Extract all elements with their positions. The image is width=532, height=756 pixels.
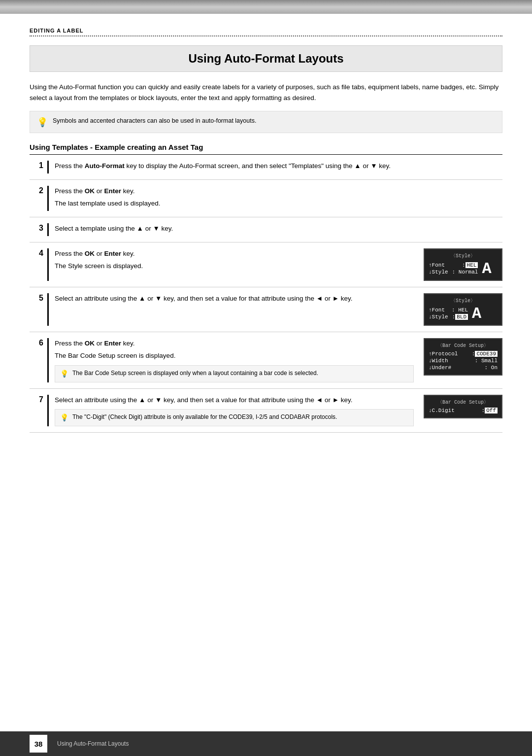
lcd-value-5-1: : HEL <box>452 307 468 313</box>
lcd-label-7-1: ↓C.Digit <box>429 408 455 413</box>
lcd-highlighted-6-1: CODE39 <box>475 351 498 357</box>
lcd-inner-5: ↑Font : HEL ↓Style :BLD A <box>429 306 498 322</box>
tip-icon: 💡 <box>37 117 48 128</box>
lcd-screen-4: 〈Style〉 ↑Font :HEL ↓Style : Normal <box>424 248 502 281</box>
main-tip-box: 💡 Symbols and accented characters can al… <box>30 111 502 133</box>
lcd-title-6: 〈Bar Code Setup〉 <box>429 342 498 349</box>
step-bar-2 <box>47 186 49 211</box>
lcd-fields-5: ↑Font : HEL ↓Style :BLD <box>429 307 468 321</box>
step-row-5: 5 Select an attribute using the ▲ or ▼ k… <box>30 287 502 332</box>
step-2-line1: Press the OK or Enter key. <box>55 186 502 197</box>
step-7-tip: 💡 The "C-Digit" (Check Digit) attribute … <box>55 409 414 426</box>
lcd-row-6-3: ↓Under# : On <box>429 365 498 371</box>
step-number-3: 3 <box>30 223 47 233</box>
main-tip-text: Symbols and accented characters can also… <box>53 116 256 126</box>
step-6-tip-icon: 💡 <box>60 369 68 379</box>
lcd-row-5-2: ↓Style :BLD <box>429 314 468 320</box>
step-content-4: Press the OK or Enter key. The Style scr… <box>55 248 414 274</box>
step-number-5: 5 <box>30 293 47 303</box>
lcd-row-7-1: ↓C.Digit :Off <box>429 408 498 413</box>
lcd-value-5-2: :BLD <box>452 314 468 320</box>
lcd-title-4: 〈Style〉 <box>429 252 498 259</box>
step-number-4: 4 <box>30 248 47 258</box>
lcd-label-6-1: ↑Protocol <box>429 351 458 357</box>
step-7-text: Select an attribute using the ▲ or ▼ key… <box>55 395 414 406</box>
step-content-7: Select an attribute using the ▲ or ▼ key… <box>55 395 414 427</box>
step-row-4: 4 Press the OK or Enter key. The Style s… <box>30 242 502 287</box>
section-divider <box>30 35 502 36</box>
lcd-highlighted-4-1: HEL <box>466 262 478 268</box>
step-row-1: 1 Press the Auto-Format key to display t… <box>30 155 502 180</box>
step-number-1: 1 <box>30 161 47 170</box>
page-title: Using Auto-Format Layouts <box>40 52 492 66</box>
step-bar-4 <box>47 248 49 281</box>
page-wrapper: EDITING A LABEL Using Auto-Format Layout… <box>0 0 532 756</box>
step-row-2: 2 Press the OK or Enter key. The last te… <box>30 180 502 217</box>
step-1-text: Press the Auto-Format key to display the… <box>55 161 502 172</box>
subsection-heading: Using Templates - Example creating an As… <box>30 143 502 155</box>
step-row-6: 6 Press the OK or Enter key. The Bar Cod… <box>30 332 502 389</box>
step-content-2: Press the OK or Enter key. The last temp… <box>55 186 502 211</box>
step-row-3: 3 Select a template using the ▲ or ▼ key… <box>30 217 502 242</box>
step-number-7: 7 <box>30 395 47 404</box>
step-content-3: Select a template using the ▲ or ▼ key. <box>55 223 502 236</box>
step-row-7: 7 Select an attribute using the ▲ or ▼ k… <box>30 389 502 433</box>
lcd-title-7: 〈Bar Code Setup〉 <box>429 399 498 406</box>
step-content-1: Press the Auto-Format key to display the… <box>55 161 502 173</box>
lcd-label-4-1: ↑Font <box>429 262 445 268</box>
lcd-screen-5: 〈Style〉 ↑Font : HEL ↓Style :BLD <box>424 293 502 326</box>
lcd-value-6-3: : On <box>485 365 498 371</box>
step-6-tip-text: The Bar Code Setup screen is displayed o… <box>72 369 318 378</box>
step-6-line1: Press the OK or Enter key. <box>55 338 414 349</box>
lcd-screen-7: 〈Bar Code Setup〉 ↓C.Digit :Off <box>424 395 502 418</box>
step-bar-1 <box>47 161 49 173</box>
lcd-value-4-2: : Normal <box>452 269 478 275</box>
lcd-value-6-1: :CODE39 <box>472 351 498 357</box>
intro-text: Using the Auto-Format function you can q… <box>30 82 502 103</box>
lcd-label-5-1: ↑Font <box>429 307 445 313</box>
footer-page-number: 38 <box>30 735 47 753</box>
footer-text: Using Auto-Format Layouts <box>57 740 129 747</box>
step-7-tip-icon: 💡 <box>60 412 68 423</box>
step-bar-3 <box>47 223 49 236</box>
step-7-image: 〈Bar Code Setup〉 ↓C.Digit :Off <box>424 395 502 418</box>
step-bar-7 <box>47 395 49 427</box>
step-5-image: 〈Style〉 ↑Font : HEL ↓Style :BLD <box>424 293 502 326</box>
lcd-row-5-1: ↑Font : HEL <box>429 307 468 313</box>
content-area: EDITING A LABEL Using Auto-Format Layout… <box>0 14 532 462</box>
lcd-highlighted-5-2: BLD <box>455 314 468 320</box>
step-4-image: 〈Style〉 ↑Font :HEL ↓Style : Normal <box>424 248 502 281</box>
lcd-screen-6: 〈Bar Code Setup〉 ↑Protocol :CODE39 ↓Widt… <box>424 338 502 376</box>
lcd-label-6-2: ↓Width <box>429 358 448 364</box>
lcd-row-6-1: ↑Protocol :CODE39 <box>429 351 498 357</box>
lcd-row-6-2: ↓Width : Small <box>429 358 498 364</box>
lcd-label-5-2: ↓Style <box>429 314 448 320</box>
step-6-tip: 💡 The Bar Code Setup screen is displayed… <box>55 365 414 382</box>
step-6-line2: The Bar Code Setup screen is displayed. <box>55 350 414 361</box>
lcd-label-6-3: ↓Under# <box>429 365 451 371</box>
footer: 38 Using Auto-Format Layouts <box>0 731 532 756</box>
step-content-6: Press the OK or Enter key. The Bar Code … <box>55 338 414 382</box>
step-2-line2: The last template used is displayed. <box>55 198 502 209</box>
section-label: EDITING A LABEL <box>30 28 502 34</box>
step-4-line2: The Style screen is displayed. <box>55 261 414 272</box>
step-bar-6 <box>47 338 49 382</box>
step-number-2: 2 <box>30 186 47 195</box>
lcd-value-6-2: : Small <box>475 358 498 364</box>
step-3-text: Select a template using the ▲ or ▼ key. <box>55 223 502 234</box>
lcd-row-4-2: ↓Style : Normal <box>429 269 478 275</box>
lcd-big-A-4: A <box>482 261 491 277</box>
step-7-tip-text: The "C-Digit" (Check Digit) attribute is… <box>72 412 337 421</box>
top-bar <box>0 0 532 14</box>
step-6-image: 〈Bar Code Setup〉 ↑Protocol :CODE39 ↓Widt… <box>424 338 502 376</box>
lcd-fields-4: ↑Font :HEL ↓Style : Normal <box>429 262 478 276</box>
steps-container: 1 Press the Auto-Format key to display t… <box>30 155 502 433</box>
step-content-5: Select an attribute using the ▲ or ▼ key… <box>55 293 414 306</box>
step-number-6: 6 <box>30 338 47 347</box>
step-4-line1: Press the OK or Enter key. <box>55 248 414 259</box>
lcd-value-4-1: :HEL <box>462 262 478 268</box>
lcd-title-5: 〈Style〉 <box>429 297 498 304</box>
lcd-inner-4: ↑Font :HEL ↓Style : Normal A <box>429 261 498 277</box>
step-5-text: Select an attribute using the ▲ or ▼ key… <box>55 293 414 304</box>
page-title-box: Using Auto-Format Layouts <box>30 45 502 72</box>
